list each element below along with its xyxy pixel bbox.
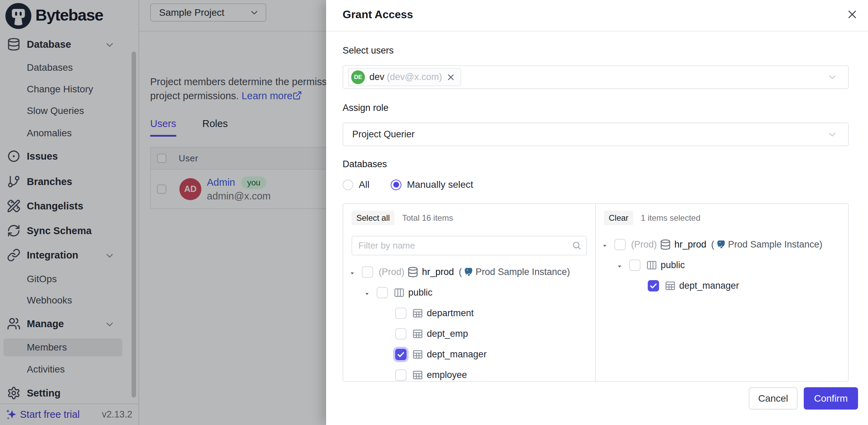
grant-access-modal: Grant Access Select users DE dev (dev@x.…	[326, 0, 868, 425]
total-items-label: Total 16 items	[402, 213, 453, 223]
tree-row-table[interactable]: dept_manager	[596, 275, 848, 296]
select-users-label: Select users	[343, 45, 394, 56]
caret-down-icon[interactable]	[349, 268, 356, 275]
caret-down-icon[interactable]	[364, 289, 370, 296]
table-icon	[412, 369, 423, 381]
tree-row-table[interactable]: employee	[343, 365, 595, 381]
tree-checkbox[interactable]	[377, 287, 388, 298]
database-name: hr_prod	[422, 267, 454, 277]
chevron-down-icon	[827, 72, 838, 83]
filter-input[interactable]	[352, 236, 587, 255]
tree-checkbox[interactable]	[614, 239, 626, 250]
selected-tree: (Prod) hr_prod (Prod Sample Instance) pu…	[596, 234, 848, 381]
tree-checkbox[interactable]	[395, 369, 407, 381]
tree-row-table[interactable]: department	[343, 303, 595, 323]
table-icon	[412, 349, 423, 360]
assign-role-label: Assign role	[343, 103, 389, 113]
modal-title: Grant Access	[343, 8, 413, 21]
postgresql-icon	[716, 239, 726, 250]
assign-role-select[interactable]: Project Querier	[343, 123, 849, 146]
modal-header: Grant Access	[326, 0, 868, 32]
select-all-button[interactable]: Select all	[352, 211, 394, 225]
table-icon	[412, 328, 423, 340]
close-icon[interactable]	[845, 7, 860, 22]
cancel-button[interactable]: Cancel	[749, 387, 798, 410]
schema-name: public	[661, 260, 685, 271]
bytebase-app: Bytebase Database Databases Change Histo…	[0, 0, 868, 425]
database-name: hr_prod	[675, 239, 706, 250]
table-name: dept_manager	[679, 280, 739, 291]
assign-role-value: Project Querier	[352, 129, 415, 140]
transfer-source-panel: Select all Total 16 items (Prod) hr_prod…	[343, 204, 596, 381]
environment-label: (Prod)	[379, 267, 404, 277]
database-scope-radios: All Manually select	[343, 179, 473, 190]
caret-down-icon[interactable]	[601, 241, 608, 248]
remove-user-icon[interactable]	[446, 72, 456, 82]
tree-checkbox[interactable]	[362, 266, 373, 278]
schema-icon	[393, 287, 405, 298]
tree-row-instance[interactable]: (Prod) hr_prod (Prod Sample Instance)	[596, 234, 848, 255]
instance-name: Prod Sample Instance)	[728, 239, 823, 250]
radio-all[interactable]	[343, 180, 353, 190]
tree-row-schema[interactable]: public	[343, 282, 595, 303]
tree-checkbox[interactable]	[395, 328, 407, 340]
tree-checkbox-checked[interactable]	[648, 280, 659, 291]
schema-name: public	[408, 287, 433, 298]
filter-field	[352, 236, 587, 255]
tree-checkbox-checked[interactable]	[395, 349, 407, 360]
transfer-selected-panel: Clear 1 items selected (Prod) hr_prod (P…	[596, 204, 848, 381]
table-icon	[665, 280, 676, 291]
tree-row-schema[interactable]: public	[596, 255, 848, 275]
postgresql-icon	[464, 267, 474, 277]
table-icon	[412, 308, 423, 319]
table-name: dept_manager	[427, 349, 487, 360]
selected-user-chip: DE dev (dev@x.com)	[348, 68, 461, 86]
environment-label: (Prod)	[631, 239, 657, 250]
avatar: DE	[351, 70, 365, 84]
tree-checkbox[interactable]	[629, 260, 641, 271]
tree-row-instance[interactable]: (Prod) hr_prod (Prod Sample Instance)	[343, 262, 595, 282]
chip-user-email: (dev@x.com)	[387, 72, 442, 82]
caret-down-icon[interactable]	[616, 262, 623, 268]
chip-user-name: dev	[369, 72, 385, 82]
tree-row-table[interactable]: dept_emp	[343, 323, 595, 344]
modal-footer: Cancel Confirm	[326, 382, 868, 425]
table-name: employee	[427, 370, 467, 380]
radio-all-label: All	[359, 179, 369, 190]
database-transfer: Select all Total 16 items (Prod) hr_prod…	[343, 203, 849, 382]
database-tree: (Prod) hr_prod (Prod Sample Instance) pu…	[343, 262, 595, 381]
search-icon	[572, 241, 581, 250]
table-name: dept_emp	[427, 329, 468, 339]
database-icon	[407, 266, 419, 278]
chevron-down-icon	[827, 129, 838, 140]
tree-row-table[interactable]: dept_manager	[343, 344, 595, 365]
database-icon	[660, 239, 671, 250]
items-selected-label: 1 items selected	[641, 213, 700, 223]
instance-name: Prod Sample Instance)	[476, 267, 570, 277]
instance-paren: (	[711, 239, 714, 250]
table-name: department	[427, 308, 474, 319]
radio-manually-select-label: Manually select	[407, 179, 473, 190]
select-users-input[interactable]: DE dev (dev@x.com)	[343, 65, 849, 89]
tree-checkbox[interactable]	[395, 308, 407, 319]
instance-paren: (	[459, 267, 462, 277]
databases-label: Databases	[343, 159, 387, 170]
radio-manually-select[interactable]	[391, 180, 401, 190]
clear-button[interactable]: Clear	[604, 211, 633, 225]
schema-icon	[646, 260, 657, 271]
confirm-button[interactable]: Confirm	[804, 387, 858, 410]
